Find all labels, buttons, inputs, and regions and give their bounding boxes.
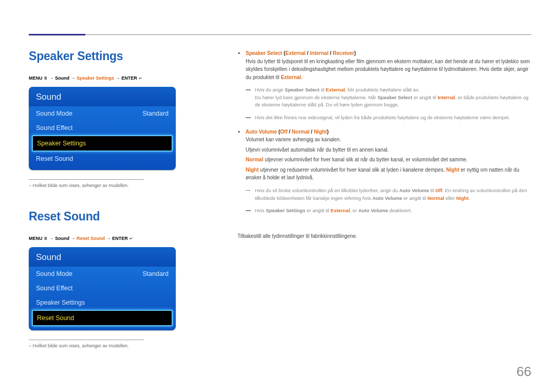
keyword: External (326, 87, 345, 92)
osd-row-label: Sound Mode (36, 270, 72, 277)
section-title-speaker-settings: Speaker Settings (29, 49, 177, 63)
enter-icon: ↵ (130, 236, 133, 241)
breadcrumb-speaker-settings: MENU Ⅲ → Sound → Speaker Settings → ENTE… (29, 76, 177, 81)
osd-row-reset-sound[interactable]: Reset Sound (29, 152, 176, 166)
keyword: Auto Volume (358, 208, 388, 213)
text: eller (444, 195, 456, 201)
body-text: Night utjevner og reduserer volumnivået … (246, 166, 531, 182)
breadcrumb-sound: Sound (55, 76, 69, 81)
bullet-dot-icon: • (237, 49, 240, 125)
breadcrumb-menu: MENU (29, 236, 43, 241)
osd-title: Sound (29, 247, 176, 267)
osd-row-value: Standard (142, 270, 169, 277)
osd-row-value: Standard (142, 110, 169, 117)
osd-row-speaker-settings[interactable]: Speaker Settings (29, 295, 176, 310)
breadcrumb-arrow: → (116, 76, 120, 81)
right-column: • Speaker Select (External / Internal / … (237, 49, 531, 348)
bullet-speaker-select: • Speaker Select (External / Internal / … (237, 49, 531, 125)
breadcrumb-arrow: → (71, 76, 76, 81)
dash-icon (246, 89, 251, 90)
option-heading-auto-volume: Auto Volume (Off / Normal / Night) (246, 128, 531, 136)
osd-row-sound-effect[interactable]: Sound Effect (29, 281, 176, 295)
separator: / (328, 50, 332, 56)
osd-row-speaker-settings[interactable]: Speaker Settings (32, 135, 173, 152)
keyword: Off (435, 188, 442, 193)
text: utjevner og reduserer volumnivået for hv… (259, 167, 447, 173)
divider (29, 179, 144, 180)
osd-row-label: Sound Effect (36, 285, 72, 292)
text: Hvis du vil bruke volumkontrollen på en … (255, 188, 399, 193)
breadcrumb-reset-sound: MENU Ⅲ → Sound → Reset Sound → ENTER ↵ (29, 236, 177, 241)
text: deaktivert. (388, 208, 412, 213)
text: Hvis (255, 208, 266, 213)
model-note: Hvilket bilde som vises, avhenger av mod… (29, 343, 177, 348)
menu-icon: Ⅲ (44, 76, 47, 81)
option-value: Off (280, 129, 287, 135)
text: utjevner volumnivået for hver kanal slik… (263, 157, 467, 162)
text: til (320, 87, 326, 92)
body-text: Hvis du lytter til lydsporet til en krin… (246, 58, 531, 82)
breadcrumb-sound: Sound (55, 236, 69, 241)
osd-row-label: Sound Effect (36, 124, 72, 132)
option-value: Receiver (333, 50, 355, 56)
keyword: Auto Volume (373, 195, 402, 201)
option-value: Night (314, 129, 327, 135)
osd-row-sound-mode[interactable]: Sound Mode Standard (29, 267, 176, 281)
option-name: Auto Volume (246, 129, 277, 135)
option-heading-speaker-select: Speaker Select (External / Internal / Re… (246, 49, 531, 58)
option-value: Internal (310, 50, 328, 56)
body-text: Utjevn volumnivået automatisk når du byt… (246, 146, 531, 154)
text: er angitt til (305, 208, 330, 213)
osd-row-reset-sound[interactable]: Reset Sound (32, 310, 173, 326)
dash-icon (246, 117, 251, 118)
text: Du hører lyd bare gjennom de eksterne hø… (255, 95, 378, 100)
paren: ) (354, 50, 356, 56)
separator: / (306, 50, 310, 56)
breadcrumb-arrow: → (49, 236, 54, 241)
divider (29, 340, 144, 340)
breadcrumb-enter: ENTER (121, 76, 137, 81)
breadcrumb-arrow: → (71, 236, 76, 241)
paren: ) (327, 129, 328, 135)
body-text: Volumet kan variere avhengig av kanalen. (246, 136, 531, 144)
keyword: Speaker Select (285, 87, 320, 92)
osd-panel-reset-sound: Sound Sound Mode Standard Sound Effect S… (29, 247, 176, 330)
text: Hvis du angir (255, 87, 285, 92)
dash-icon (246, 210, 251, 211)
left-column: Speaker Settings MENU Ⅲ → Sound → Speake… (29, 49, 177, 348)
breadcrumb-current: Reset Sound (77, 236, 105, 241)
keyword: Night (246, 167, 259, 173)
keyword: Night (446, 167, 459, 173)
osd-panel-speaker-settings: Sound Sound Mode Standard Sound Effect S… (29, 87, 176, 170)
separator: / (309, 129, 313, 135)
option-value: Normal (292, 129, 309, 135)
separator: / (288, 129, 292, 135)
breadcrumb-menu: MENU (29, 76, 43, 81)
keyword: Auto Volume (399, 188, 429, 193)
osd-row-label: Reset Sound (36, 155, 73, 162)
text: , blir produktets høyttalere slått av. (345, 87, 419, 92)
keyword: Internal (437, 95, 455, 100)
sub-bullet: Hvis du vil bruke volumkontrollen på en … (246, 187, 531, 202)
dash-icon (246, 190, 251, 191)
sub-bullet: Hvis det ikke finnes noe videosignal, vi… (246, 114, 531, 122)
text: Hvis det ikke finnes noe videosignal, vi… (255, 114, 531, 122)
breadcrumb-current: Speaker Settings (77, 76, 114, 81)
bullet-auto-volume: • Auto Volume (Off / Normal / Night) Vol… (237, 128, 531, 218)
keyword: External (330, 208, 350, 213)
osd-row-sound-effect[interactable]: Sound Effect (29, 121, 176, 135)
breadcrumb-arrow: → (106, 236, 111, 241)
breadcrumb-arrow: → (49, 76, 54, 81)
enter-icon: ↵ (139, 76, 142, 81)
osd-row-sound-mode[interactable]: Sound Mode Standard (29, 106, 176, 121)
body-text: Normal utjevner volumnivået for hver kan… (246, 156, 531, 164)
model-note: Hvilket bilde som vises, avhenger av mod… (29, 183, 177, 188)
osd-row-label: Sound Mode (36, 110, 72, 117)
text: . (469, 195, 470, 201)
osd-row-label: Speaker Settings (36, 299, 85, 306)
section-title-reset-sound: Reset Sound (29, 210, 177, 223)
keyword: External (281, 74, 301, 80)
osd-row-label: Speaker Settings (37, 140, 86, 147)
osd-row-label: Reset Sound (37, 314, 74, 322)
bullet-dot-icon: • (237, 128, 240, 218)
